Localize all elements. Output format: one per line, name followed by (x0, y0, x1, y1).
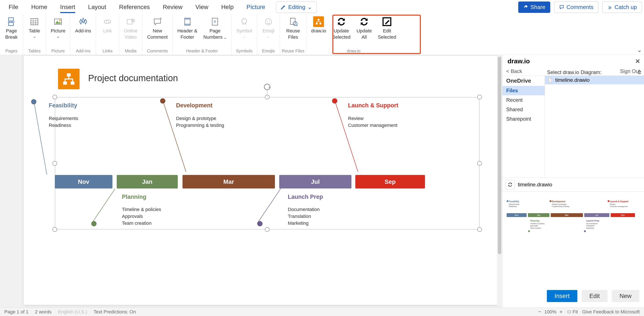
back-button[interactable]: < Back (506, 68, 522, 74)
zoom-out-button[interactable]: − (538, 309, 541, 315)
edit-selected-button[interactable]: Edit Selected (375, 15, 400, 48)
table-button[interactable]: Table ⌄ (25, 15, 44, 48)
mini-dot (528, 230, 530, 232)
ribbon-group-comments: + New Comment Comments (142, 14, 172, 55)
word-count[interactable]: 2 words (35, 309, 52, 315)
source-shared[interactable]: Shared (502, 105, 545, 114)
catchup-label: Catch up (614, 4, 637, 10)
table-icon (30, 17, 39, 26)
close-icon[interactable]: ✕ (635, 58, 640, 65)
ribbon-group-tables: Table ⌄ Tables (23, 14, 46, 55)
ritem-l1: Picture (51, 28, 65, 34)
svg-rect-30 (320, 23, 321, 24)
file-row[interactable]: timeline.drawio (545, 76, 644, 84)
tab-review[interactable]: Review (156, 1, 189, 13)
svg-marker-13 (84, 19, 87, 24)
preview-refresh-button[interactable] (505, 180, 515, 189)
zoom-in-button[interactable]: + (560, 309, 563, 315)
mini-dot (507, 200, 508, 202)
svg-rect-28 (318, 19, 320, 20)
refresh-icon (336, 16, 346, 27)
new-button[interactable]: New (612, 290, 639, 302)
catchup-button[interactable]: Catch up (602, 1, 642, 13)
source-header: OneDrive (502, 76, 545, 86)
text-predictions[interactable]: Text Predictions: On (94, 309, 136, 315)
chevron-down-icon: ⌄ (243, 34, 246, 39)
update-selected-button[interactable]: Update Selected (329, 15, 354, 48)
mini-items: DocumentationTranslationMarketing (586, 223, 598, 229)
editing-mode-button[interactable]: Editing ⌄ (276, 1, 317, 13)
document-area[interactable]: Project documentation (0, 55, 502, 308)
edit-button[interactable]: Edit (582, 290, 608, 302)
ritem-l2: Selected (332, 34, 350, 40)
group-label: Media (125, 48, 136, 55)
addins-button[interactable]: Add-ins (72, 15, 94, 48)
tab-view[interactable]: View (189, 1, 215, 13)
picture-button[interactable]: Picture ⌄ (48, 15, 68, 48)
phase-title: Feasibility (49, 102, 77, 109)
phase-items: Timeline & policiesApprovalsTeam creatio… (122, 206, 161, 227)
menu-bar: File Home Insert Layout References Revie… (0, 0, 644, 14)
svg-rect-25 (290, 18, 295, 24)
ritem-l2: Files (288, 34, 298, 40)
mini-month: Mar (551, 213, 583, 217)
svg-text:#: # (214, 19, 216, 24)
phase-items: DocumentationTranslationMarketing (288, 206, 320, 227)
share-icon (523, 4, 528, 10)
phase-items: Design & prototypeProgramming & testing (176, 115, 224, 129)
drawio-button[interactable]: draw.io (308, 15, 329, 48)
svg-rect-29 (316, 23, 318, 24)
svg-point-22 (265, 18, 272, 25)
group-label: Pages (5, 48, 18, 55)
svg-marker-12 (80, 19, 82, 24)
svg-rect-33 (63, 82, 67, 85)
tab-picture[interactable]: Picture (240, 1, 272, 13)
update-all-button[interactable]: Update All (354, 15, 375, 48)
page-break-button[interactable]: Page Break (2, 15, 21, 48)
page-title: Project documentation (88, 73, 178, 83)
fit-button[interactable]: Fit (567, 309, 578, 315)
ritem-l1: draw.io (311, 28, 326, 34)
svg-point-24 (269, 21, 270, 21)
tab-layout[interactable]: Layout (82, 1, 113, 13)
refresh-icon[interactable] (637, 70, 642, 75)
phase-items: RequirementsReadiness (49, 115, 78, 129)
new-comment-button[interactable]: + New Comment (144, 15, 171, 48)
source-files[interactable]: Files (502, 86, 545, 95)
page-numbers-button[interactable]: # Page Numbers ⌄ (200, 15, 230, 48)
svg-text:+: + (160, 17, 162, 21)
pencil-icon (280, 4, 286, 10)
tab-insert[interactable]: Insert (54, 1, 82, 13)
reuse-files-button[interactable]: Reuse Files (283, 15, 303, 48)
tab-home[interactable]: Home (25, 1, 54, 13)
timeline-diagram: NovJanMarJulSep FeasibilityRequirementsR… (55, 97, 480, 229)
selection-frame[interactable]: NovJanMarJulSep FeasibilityRequirementsR… (55, 97, 480, 229)
source-recent[interactable]: Recent (502, 95, 545, 105)
language-indicator[interactable]: English (U.S.) (58, 309, 87, 315)
source-sharepoint[interactable]: Sharepoint (502, 114, 545, 124)
share-button[interactable]: Share (518, 1, 550, 13)
header-footer-button[interactable]: Header & Footer (174, 15, 200, 48)
rotate-handle[interactable] (264, 84, 270, 90)
insert-button[interactable]: Insert (547, 290, 577, 302)
svg-rect-35 (568, 311, 570, 313)
online-video-button: Online Video (121, 15, 140, 48)
page-break-icon (7, 17, 16, 26)
scrollbar-thumb[interactable] (498, 57, 501, 254)
ribbon-collapse-button[interactable]: ⌄ (637, 46, 642, 53)
page-indicator[interactable]: Page 1 of 1 (4, 309, 28, 315)
tab-file[interactable]: File (2, 1, 25, 13)
tab-references[interactable]: References (113, 1, 156, 13)
chevron-down-icon: ⌄ (56, 34, 60, 39)
catchup-icon (607, 4, 612, 10)
comments-button[interactable]: Comments (554, 1, 598, 13)
phase-title: Planning (122, 194, 146, 200)
phase-dot (160, 98, 165, 104)
vertical-scrollbar[interactable] (497, 55, 502, 308)
rotate-stem (267, 90, 268, 97)
tab-help[interactable]: Help (215, 1, 240, 13)
svg-rect-18 (185, 18, 190, 20)
month-box: Jan (117, 175, 178, 188)
feedback-link[interactable]: Give Feedback to Microsoft (582, 309, 640, 315)
month-box: Mar (182, 175, 275, 188)
